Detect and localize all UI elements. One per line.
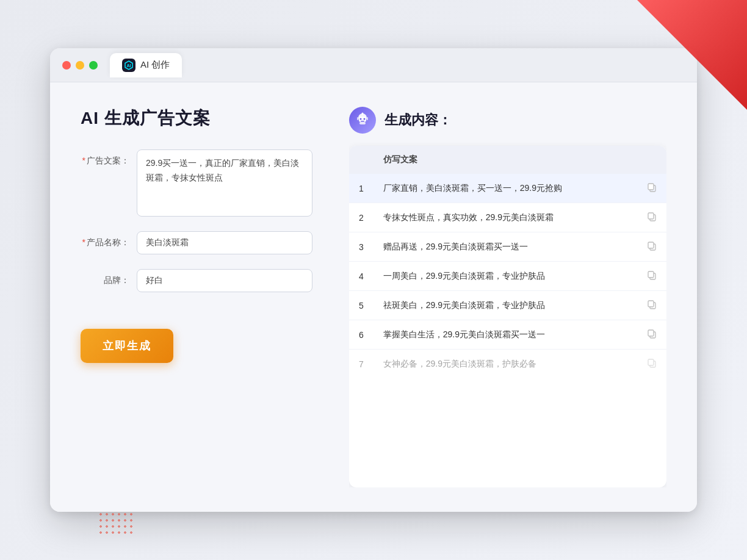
svg-rect-19 bbox=[648, 271, 654, 278]
svg-rect-11 bbox=[359, 122, 366, 124]
svg-rect-6 bbox=[361, 121, 364, 122]
table-row: 2 专抹女性斑点，真实功效，29.9元美白淡斑霜 bbox=[349, 203, 666, 232]
robot-icon bbox=[349, 107, 376, 134]
row-text: 祛斑美白，29.9元美白淡斑霜，专业护肤品 bbox=[374, 291, 629, 320]
title-bar: AI AI 创作 bbox=[50, 48, 697, 82]
label-ad-copy: *广告文案： bbox=[81, 149, 129, 167]
product-name-input[interactable] bbox=[137, 231, 312, 254]
svg-rect-23 bbox=[648, 330, 654, 336]
required-star-ad-copy: * bbox=[82, 156, 85, 165]
table-header-row: 仿写文案 bbox=[349, 146, 666, 174]
row-index: 7 bbox=[349, 350, 374, 379]
generate-button[interactable]: 立即生成 bbox=[81, 329, 173, 363]
maximize-button[interactable] bbox=[89, 61, 98, 70]
svg-rect-21 bbox=[648, 301, 654, 307]
form-group-ad-copy: *广告文案： 29.9买一送一，真正的厂家直销，美白淡斑霜，专抹女性斑点 bbox=[81, 149, 312, 217]
brand-input[interactable] bbox=[137, 269, 312, 292]
copy-button[interactable] bbox=[629, 203, 666, 232]
row-index: 2 bbox=[349, 203, 374, 232]
ad-copy-input[interactable]: 29.9买一送一，真正的厂家直销，美白淡斑霜，专抹女性斑点 bbox=[137, 149, 312, 217]
decorative-dots bbox=[98, 511, 134, 536]
right-panel: 生成内容： 仿写文案 1 厂家直销，美白淡斑霜，买一送一，29.9元抢购 bbox=[349, 107, 666, 487]
form-group-product-name: *产品名称： bbox=[81, 231, 312, 254]
copy-button[interactable] bbox=[629, 350, 666, 379]
svg-rect-25 bbox=[648, 359, 654, 365]
tab-label: AI 创作 bbox=[140, 59, 170, 71]
label-brand: 品牌： bbox=[81, 269, 129, 286]
result-title: 生成内容： bbox=[384, 111, 452, 129]
copy-button[interactable] bbox=[629, 174, 666, 203]
tab-ai-icon: AI bbox=[122, 59, 135, 72]
copy-button[interactable] bbox=[629, 232, 666, 262]
table-row: 4 一周美白，29.9元美白淡斑霜，专业护肤品 bbox=[349, 262, 666, 291]
svg-rect-17 bbox=[648, 242, 654, 248]
svg-rect-13 bbox=[648, 184, 654, 190]
row-text: 女神必备，29.9元美白淡斑霜，护肤必备 bbox=[374, 350, 629, 379]
svg-rect-10 bbox=[367, 117, 368, 120]
table-header-action bbox=[629, 146, 666, 174]
row-index: 4 bbox=[349, 262, 374, 291]
row-text: 掌握美白生活，29.9元美白淡斑霜买一送一 bbox=[374, 320, 629, 350]
row-text: 一周美白，29.9元美白淡斑霜，专业护肤品 bbox=[374, 262, 629, 291]
svg-rect-9 bbox=[357, 117, 358, 120]
table-row: 7 女神必备，29.9元美白淡斑霜，护肤必备 bbox=[349, 350, 666, 379]
minimize-button[interactable] bbox=[76, 61, 84, 70]
svg-rect-15 bbox=[648, 213, 654, 219]
table-row: 1 厂家直销，美白淡斑霜，买一送一，29.9元抢购 bbox=[349, 174, 666, 203]
row-index: 3 bbox=[349, 232, 374, 262]
copy-button[interactable] bbox=[629, 320, 666, 350]
row-text: 赠品再送，29.9元美白淡斑霜买一送一 bbox=[374, 232, 629, 262]
svg-text:AI: AI bbox=[127, 63, 131, 68]
table-header-index bbox=[349, 146, 374, 174]
main-content: AI 生成广告文案 *广告文案： 29.9买一送一，真正的厂家直销，美白淡斑霜，… bbox=[50, 82, 697, 512]
results-container: 仿写文案 1 厂家直销，美白淡斑霜，买一送一，29.9元抢购 2 专抹女性斑点，… bbox=[349, 146, 666, 487]
table-header-copy: 仿写文案 bbox=[374, 146, 629, 174]
table-row: 6 掌握美白生活，29.9元美白淡斑霜买一送一 bbox=[349, 320, 666, 350]
row-index: 5 bbox=[349, 291, 374, 320]
row-text: 专抹女性斑点，真实功效，29.9元美白淡斑霜 bbox=[374, 203, 629, 232]
left-panel: AI 生成广告文案 *广告文案： 29.9买一送一，真正的厂家直销，美白淡斑霜，… bbox=[81, 107, 312, 487]
row-index: 1 bbox=[349, 174, 374, 203]
svg-point-8 bbox=[362, 113, 364, 115]
traffic-lights bbox=[62, 61, 98, 70]
form-group-brand: 品牌： bbox=[81, 269, 312, 292]
row-text: 厂家直销，美白淡斑霜，买一送一，29.9元抢购 bbox=[374, 174, 629, 203]
result-header: 生成内容： bbox=[349, 107, 666, 134]
results-table: 仿写文案 1 厂家直销，美白淡斑霜，买一送一，29.9元抢购 2 专抹女性斑点，… bbox=[349, 146, 666, 378]
table-row: 3 赠品再送，29.9元美白淡斑霜买一送一 bbox=[349, 232, 666, 262]
required-star-product: * bbox=[82, 237, 85, 247]
row-index: 6 bbox=[349, 320, 374, 350]
table-row: 5 祛斑美白，29.9元美白淡斑霜，专业护肤品 bbox=[349, 291, 666, 320]
svg-point-5 bbox=[364, 118, 366, 120]
page-title: AI 生成广告文案 bbox=[81, 107, 312, 130]
svg-point-4 bbox=[360, 118, 362, 120]
browser-tab[interactable]: AI AI 创作 bbox=[110, 53, 182, 77]
label-product-name: *产品名称： bbox=[81, 231, 129, 248]
copy-button[interactable] bbox=[629, 262, 666, 291]
close-button[interactable] bbox=[62, 61, 71, 70]
copy-button[interactable] bbox=[629, 291, 666, 320]
browser-window: AI AI 创作 AI 生成广告文案 *广告文案： 29.9买一送一，真正的厂家… bbox=[50, 48, 697, 512]
